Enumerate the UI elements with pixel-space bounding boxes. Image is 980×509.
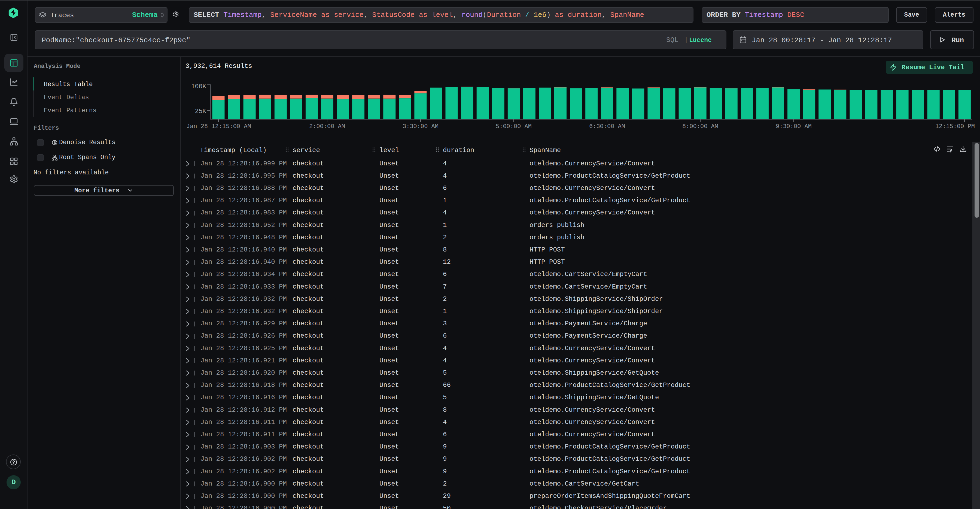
svg-text:12:15:00 PM: 12:15:00 PM	[935, 123, 975, 130]
svg-text:8:00:00 AM: 8:00:00 AM	[682, 123, 718, 130]
svg-text:6:30:00 AM: 6:30:00 AM	[589, 123, 625, 130]
svg-text:3:30:00 AM: 3:30:00 AM	[402, 123, 439, 130]
svg-text:100K: 100K	[191, 83, 206, 90]
svg-text:9:30:00 AM: 9:30:00 AM	[776, 123, 812, 130]
svg-text:5:00:00 AM: 5:00:00 AM	[496, 123, 532, 130]
svg-text:2:00:00 AM: 2:00:00 AM	[309, 123, 345, 130]
svg-text:25K: 25K	[195, 108, 207, 115]
svg-text:Jan 28 12:15:00 AM: Jan 28 12:15:00 AM	[186, 123, 251, 130]
